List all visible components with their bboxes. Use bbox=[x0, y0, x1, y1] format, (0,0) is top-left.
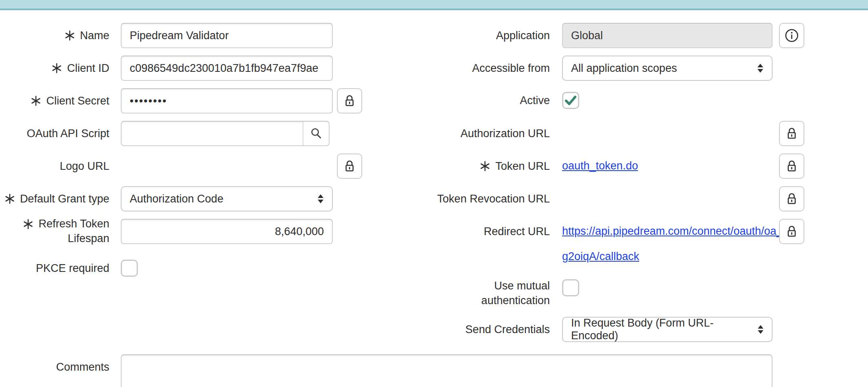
default-grant-type-label: Default Grant type bbox=[0, 186, 109, 211]
client-secret-lock-button[interactable] bbox=[337, 88, 362, 113]
application-readonly-field bbox=[562, 23, 773, 48]
refresh-token-lifespan-label: Refresh TokenLifespan bbox=[0, 216, 109, 247]
use-mutual-authentication-label: Use mutualauthentication bbox=[408, 278, 550, 309]
client-id-input[interactable] bbox=[121, 56, 333, 81]
required-asterisk-icon bbox=[30, 95, 42, 107]
client-id-label: Client ID bbox=[0, 56, 109, 81]
required-asterisk-icon bbox=[64, 30, 75, 41]
required-asterisk-icon bbox=[51, 62, 62, 74]
pkce-required-label: PKCE required bbox=[0, 260, 109, 277]
redirect-url-label: Redirect URL bbox=[408, 219, 550, 244]
search-icon bbox=[309, 127, 323, 140]
send-credentials-label: Send Credentials bbox=[408, 317, 550, 342]
default-grant-type-select[interactable]: Authorization Code bbox=[121, 186, 333, 211]
lock-icon bbox=[785, 159, 799, 173]
pkce-required-checkbox[interactable] bbox=[121, 260, 138, 277]
token-revocation-url-label: Token Revocation URL bbox=[408, 186, 550, 211]
required-asterisk-icon bbox=[4, 193, 16, 205]
token-url-label: Token URL bbox=[408, 153, 550, 179]
lock-icon bbox=[785, 127, 799, 140]
send-credentials-select[interactable]: In Request Body (Form URL-Encoded) bbox=[562, 317, 773, 342]
name-label: Name bbox=[0, 23, 109, 48]
comments-label: Comments bbox=[0, 354, 109, 380]
form-header-bar bbox=[0, 0, 868, 10]
oauth-registry-form: Name Client ID Client Secret OAuth API S… bbox=[0, 0, 868, 387]
token-revocation-url-lock-button[interactable] bbox=[779, 186, 804, 211]
client-secret-label: Client Secret bbox=[0, 88, 109, 113]
oauth-api-script-reference-field bbox=[121, 121, 330, 146]
lock-icon bbox=[343, 94, 356, 108]
client-secret-input[interactable] bbox=[121, 88, 333, 113]
redirect-url-lock-button[interactable] bbox=[779, 219, 804, 244]
checkmark-icon bbox=[563, 92, 578, 109]
oauth-api-script-input[interactable] bbox=[122, 122, 303, 145]
select-caret-icon bbox=[755, 61, 765, 75]
authorization-url-label: Authorization URL bbox=[408, 121, 550, 146]
redirect-url-link-line2[interactable]: g2oiqA/callback bbox=[562, 250, 639, 263]
use-mutual-authentication-checkbox[interactable] bbox=[562, 279, 579, 296]
authorization-url-lock-button[interactable] bbox=[779, 121, 804, 146]
accessible-from-select[interactable]: All application scopes bbox=[562, 56, 773, 81]
select-caret-icon bbox=[756, 322, 765, 336]
lock-icon bbox=[343, 159, 356, 173]
application-label: Application bbox=[408, 23, 550, 48]
lock-icon bbox=[785, 192, 799, 206]
accessible-from-label: Accessible from bbox=[408, 56, 550, 81]
oauth-api-script-label: OAuth API Script bbox=[0, 121, 109, 146]
oauth-api-script-lookup-button[interactable] bbox=[303, 122, 329, 145]
info-icon bbox=[784, 28, 799, 43]
select-caret-icon bbox=[316, 192, 326, 206]
lock-icon bbox=[785, 225, 799, 238]
name-input[interactable] bbox=[121, 23, 333, 48]
logo-url-label: Logo URL bbox=[0, 153, 109, 179]
active-checkbox[interactable] bbox=[562, 92, 579, 109]
token-url-lock-button[interactable] bbox=[779, 153, 804, 179]
token-url-link[interactable]: oauth_token.do bbox=[562, 159, 638, 172]
active-label: Active bbox=[408, 92, 550, 109]
comments-textarea[interactable] bbox=[121, 354, 773, 387]
refresh-token-lifespan-input[interactable] bbox=[121, 219, 333, 244]
application-info-button[interactable] bbox=[779, 23, 804, 48]
required-asterisk-icon bbox=[22, 218, 34, 230]
logo-url-lock-button[interactable] bbox=[337, 153, 362, 179]
required-asterisk-icon bbox=[479, 160, 491, 172]
redirect-url-link[interactable]: https://api.pipedream.com/connect/oauth/… bbox=[562, 225, 782, 238]
